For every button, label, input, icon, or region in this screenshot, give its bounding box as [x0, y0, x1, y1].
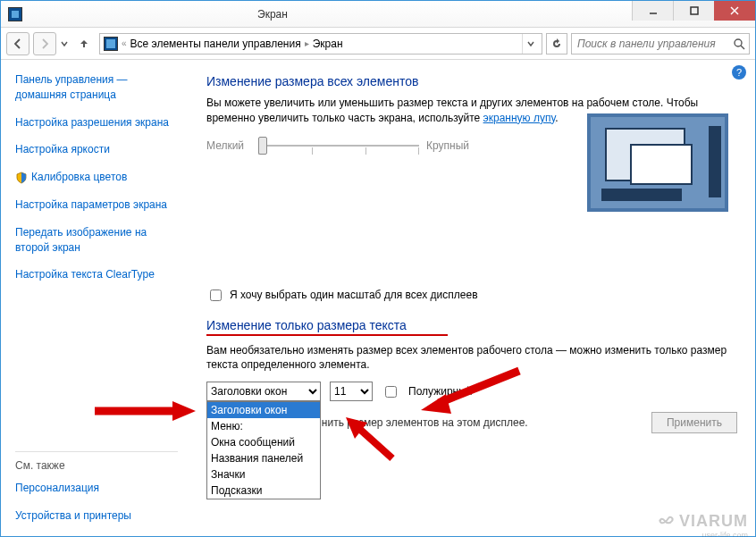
history-dropdown[interactable]	[60, 40, 69, 47]
help-icon: ?	[736, 67, 742, 78]
close-button[interactable]	[714, 1, 755, 21]
dropdown-option[interactable]: Окна сообщений	[207, 434, 320, 450]
annotation-underline	[206, 334, 448, 336]
window-controls	[632, 1, 755, 27]
search-box[interactable]	[571, 33, 750, 55]
apply-button[interactable]: Применить	[651, 412, 737, 433]
sidebar-link-project[interactable]: Передать изображение на второй экран	[15, 225, 178, 256]
maximize-icon	[690, 6, 699, 15]
bold-checkbox[interactable]	[385, 386, 397, 398]
magnifier-link[interactable]: экранную лупу	[483, 112, 556, 124]
breadcrumb-prefix: «	[122, 38, 127, 48]
element-combo[interactable]: Заголовки окон	[206, 382, 321, 401]
main-content: ? Изменение размера всех элементов Вы мо…	[189, 60, 755, 536]
chevron-down-icon	[61, 40, 68, 47]
sidebar-link-screen-settings[interactable]: Настройка параметров экрана	[15, 197, 178, 213]
breadcrumb-dropdown[interactable]	[522, 34, 538, 54]
window-title: Экран	[29, 8, 516, 21]
dropdown-option[interactable]: Названия панелей	[207, 450, 320, 466]
close-icon	[730, 6, 739, 15]
up-icon	[79, 38, 89, 49]
dropdown-option[interactable]: Значки	[207, 466, 320, 482]
single-scale-row: Я хочу выбрать один масштаб для всех дис…	[206, 287, 737, 304]
search-input[interactable]	[575, 37, 733, 51]
search-icon	[733, 38, 745, 50]
element-dropdown-list[interactable]: Заголовки окон Меню: Окна сообщений Назв…	[206, 401, 321, 499]
bold-label: Полужирный	[408, 385, 473, 398]
help-button[interactable]: ?	[732, 65, 746, 80]
dropdown-option[interactable]: Меню:	[207, 418, 320, 434]
up-button[interactable]	[72, 32, 96, 55]
breadcrumb-item[interactable]: Экран	[313, 38, 343, 50]
see-also-heading: См. также	[15, 459, 178, 472]
single-scale-label: Я хочу выбрать один масштаб для всех дис…	[230, 289, 478, 301]
back-button[interactable]	[6, 32, 29, 55]
slider-label-large: Крупный	[426, 139, 471, 152]
sidebar-link-calibrate[interactable]: Калибровка цветов	[15, 170, 178, 185]
back-icon	[13, 38, 23, 49]
maximize-button[interactable]	[673, 1, 714, 21]
svg-point-4	[735, 39, 742, 46]
sidebar-link-devices[interactable]: Устройства и принтеры	[15, 508, 178, 524]
font-size-combo[interactable]: 11	[330, 382, 373, 401]
sidebar-link-brightness[interactable]: Настройка яркости	[15, 142, 178, 157]
refresh-button[interactable]	[546, 33, 567, 55]
forward-icon	[39, 38, 50, 49]
dropdown-option[interactable]: Подсказки	[207, 482, 320, 499]
single-scale-checkbox[interactable]	[210, 289, 222, 301]
body: Панель управления — домашняя страница На…	[1, 60, 755, 536]
minimize-button[interactable]	[632, 1, 673, 21]
app-icon	[8, 7, 22, 21]
section2-desc: Вам необязательно изменять размер всех э…	[206, 343, 737, 373]
section2-title: Изменение только размера текста	[206, 318, 737, 332]
titlebar: Экран	[1, 1, 755, 28]
breadcrumb[interactable]: « Все элементы панели управления ▸ Экран	[99, 33, 542, 55]
slider-label-small: Мелкий	[206, 139, 251, 152]
dropdown-option[interactable]: Заголовки окон	[207, 402, 320, 418]
sidebar: Панель управления — домашняя страница На…	[1, 60, 189, 536]
scale-slider[interactable]	[258, 135, 419, 156]
sidebar-link-home[interactable]: Панель управления — домашняя страница	[15, 72, 178, 103]
text-size-controls: Заголовки окон 11 Полужирный Заголовки о…	[206, 382, 737, 401]
preview-image	[587, 113, 728, 212]
svg-rect-1	[691, 7, 698, 14]
shield-icon	[15, 172, 28, 184]
control-panel-icon	[104, 37, 118, 51]
section1-title: Изменение размера всех элементов	[206, 74, 737, 88]
divider	[15, 451, 178, 452]
forward-button[interactable]	[33, 32, 56, 55]
minimize-icon	[649, 6, 658, 15]
breadcrumb-sep-icon: ▸	[305, 38, 309, 48]
svg-line-5	[741, 46, 744, 49]
toolbar: « Все элементы панели управления ▸ Экран	[1, 28, 755, 60]
breadcrumb-item[interactable]: Все элементы панели управления	[130, 38, 301, 50]
chevron-down-icon	[527, 40, 534, 47]
refresh-icon	[551, 38, 562, 49]
window: Экран « Все элемент	[0, 0, 756, 537]
sidebar-link-cleartype[interactable]: Настройка текста ClearType	[15, 267, 178, 282]
sidebar-link-resolution[interactable]: Настройка разрешения экрана	[15, 115, 178, 130]
sidebar-link-personalization[interactable]: Персонализация	[15, 481, 178, 496]
slider-thumb[interactable]	[258, 137, 267, 155]
sidebar-link-label: Калибровка цветов	[31, 170, 127, 185]
section1-desc-end: .	[555, 112, 558, 124]
